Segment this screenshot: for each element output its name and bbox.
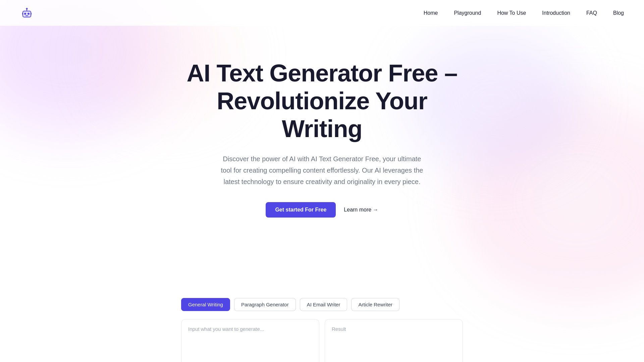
learn-more-button[interactable]: Learn more → bbox=[344, 207, 378, 213]
nav-link-blog[interactable]: Blog bbox=[613, 10, 624, 16]
svg-point-3 bbox=[28, 13, 30, 15]
nav-item-playground[interactable]: Playground bbox=[454, 10, 481, 16]
nav-item-home[interactable]: Home bbox=[424, 10, 438, 16]
svg-rect-7 bbox=[22, 13, 23, 15]
hero-buttons: Get started For Free Learn more → bbox=[178, 202, 466, 218]
tab-ai-email-writer[interactable]: AI Email Writer bbox=[300, 298, 347, 311]
tools-section: General Writing Paragraph Generator AI E… bbox=[161, 285, 483, 362]
navbar: Home Playground How To Use Introduction … bbox=[0, 0, 644, 26]
svg-rect-8 bbox=[31, 13, 32, 15]
text-input[interactable] bbox=[188, 326, 312, 360]
result-label: Result bbox=[332, 326, 346, 332]
svg-rect-0 bbox=[23, 11, 31, 17]
nav-item-blog[interactable]: Blog bbox=[613, 10, 624, 16]
editor-result-panel: Result bbox=[325, 319, 463, 362]
hero-title: AI Text Generator Free – Revolutionize Y… bbox=[178, 59, 466, 142]
svg-rect-4 bbox=[25, 15, 28, 16]
logo[interactable] bbox=[20, 6, 34, 20]
svg-point-2 bbox=[24, 13, 26, 15]
nav-item-how-to-use[interactable]: How To Use bbox=[497, 10, 526, 16]
hero-section: AI Text Generator Free – Revolutionize Y… bbox=[171, 26, 473, 244]
nav-link-playground[interactable]: Playground bbox=[454, 10, 481, 16]
nav-link-how-to-use[interactable]: How To Use bbox=[497, 10, 526, 16]
nav-item-introduction[interactable]: Introduction bbox=[542, 10, 570, 16]
robot-icon bbox=[20, 6, 34, 20]
editor-area: Result bbox=[181, 319, 463, 362]
spacer bbox=[0, 244, 644, 285]
tab-general-writing[interactable]: General Writing bbox=[181, 298, 230, 311]
nav-links: Home Playground How To Use Introduction … bbox=[424, 10, 624, 16]
get-started-button[interactable]: Get started For Free bbox=[266, 202, 336, 218]
svg-point-6 bbox=[26, 8, 28, 9]
tab-article-rewriter[interactable]: Article Rewriter bbox=[351, 298, 399, 311]
nav-link-introduction[interactable]: Introduction bbox=[542, 10, 570, 16]
tool-tabs: General Writing Paragraph Generator AI E… bbox=[181, 298, 463, 311]
nav-link-home[interactable]: Home bbox=[424, 10, 438, 16]
hero-subtitle: Discover the power of AI with AI Text Ge… bbox=[218, 153, 426, 187]
editor-input-panel bbox=[181, 319, 319, 362]
tab-paragraph-generator[interactable]: Paragraph Generator bbox=[234, 298, 296, 311]
nav-link-faq[interactable]: FAQ bbox=[586, 10, 597, 16]
nav-item-faq[interactable]: FAQ bbox=[586, 10, 597, 16]
